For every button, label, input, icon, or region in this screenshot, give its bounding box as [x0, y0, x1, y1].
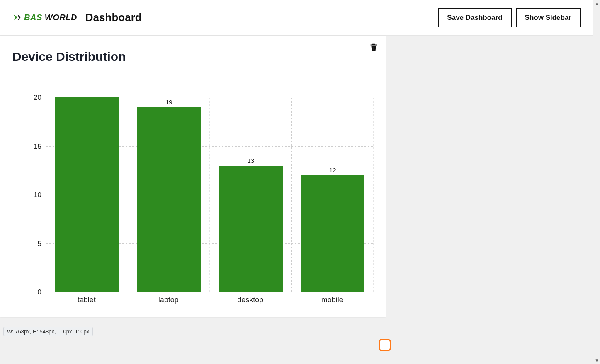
card-resize-handle[interactable]: [379, 339, 391, 351]
card-dimensions-badge: W: 768px, H: 548px, L: 0px, T: 0px: [3, 327, 93, 336]
x-axis-tick-label: tablet: [78, 296, 96, 304]
trash-icon: [369, 42, 378, 52]
chart-bar: [55, 97, 119, 292]
chart-bar: 12: [301, 175, 364, 292]
y-axis-tick-label: 0: [25, 288, 41, 297]
chart-bar-value-label: 12: [329, 166, 336, 174]
card-title: Device Distribution: [12, 50, 126, 64]
brand-logo: BAS WORLD: [12, 13, 77, 22]
svg-marker-1: [18, 14, 21, 21]
y-axis-tick-label: 20: [25, 94, 41, 102]
x-axis-tick-label: mobile: [321, 296, 343, 304]
chart-bar: 13: [219, 166, 283, 292]
x-axis-tick-label: laptop: [158, 296, 179, 304]
vertical-scrollbar[interactable]: ▲ ▼: [593, 0, 600, 364]
brand-logo-text: BAS WORLD: [24, 13, 77, 22]
y-axis-tick-label: 10: [25, 191, 41, 199]
save-dashboard-button[interactable]: Save Dashboard: [438, 8, 511, 27]
chart-bar-value-label: 13: [247, 157, 254, 164]
chart-plot-area: 191312: [46, 98, 373, 292]
content-area: Device Distribution 05101520 191312 tabl…: [0, 36, 593, 317]
page-title: Dashboard: [85, 11, 142, 24]
brand-text-bas: BAS: [24, 13, 42, 22]
chart-bar: 19: [137, 107, 201, 292]
app-header: BAS WORLD Dashboard Save Dashboard Show …: [0, 0, 593, 36]
chart-card: Device Distribution 05101520 191312 tabl…: [0, 36, 386, 317]
scroll-up-arrow-icon[interactable]: ▲: [593, 0, 600, 7]
x-axis-tick-label: desktop: [237, 296, 263, 304]
svg-marker-0: [14, 14, 18, 21]
chart-bar-value-label: 19: [165, 99, 172, 106]
scroll-down-arrow-icon[interactable]: ▼: [593, 357, 600, 364]
y-axis-tick-label: 5: [25, 240, 41, 248]
show-sidebar-button[interactable]: Show Sidebar: [516, 8, 581, 27]
delete-card-button[interactable]: [369, 42, 378, 52]
brand-logo-icon: [12, 13, 22, 22]
bar-chart: 05101520 191312 tabletlaptopdesktopmobil…: [46, 98, 373, 292]
brand-text-world: WORLD: [42, 13, 77, 22]
y-axis-tick-label: 15: [25, 142, 41, 151]
